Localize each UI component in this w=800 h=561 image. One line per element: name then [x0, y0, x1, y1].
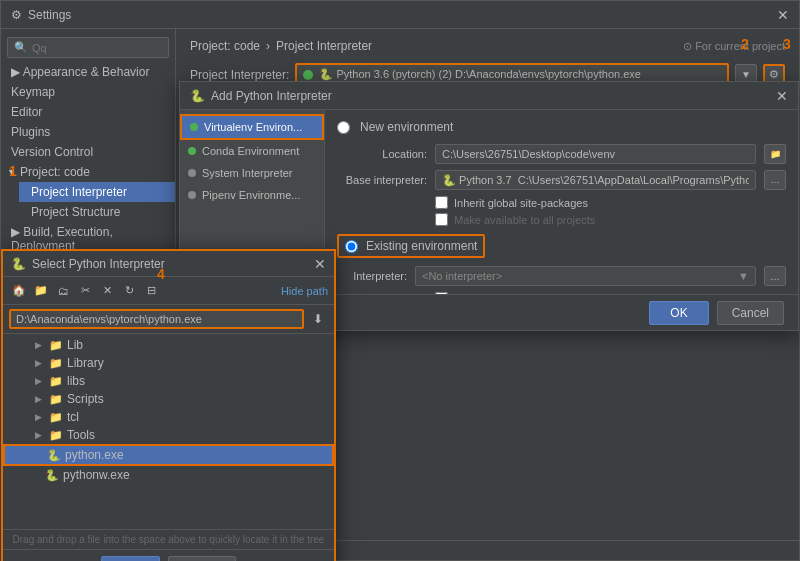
interpreter-label: Project Interpreter:: [190, 68, 289, 82]
select-toolbar-left: 🏠 📁 🗂 ✂ ✕ ↻ ⊟: [9, 281, 161, 301]
select-dialog-close[interactable]: ✕: [314, 256, 326, 272]
tree-label-tcl: tcl: [67, 410, 79, 424]
sidebar-item-project-interpreter[interactable]: Project Interpreter: [19, 182, 175, 202]
inherit-checkbox[interactable]: [435, 196, 448, 209]
tree-label-python-exe: python.exe: [65, 448, 124, 462]
add-dialog-title-bar: 🐍 Add Python Interpreter ✕: [180, 82, 798, 110]
system-dot: [188, 169, 196, 177]
breadcrumb-project: Project: code: [190, 39, 260, 53]
folder-icon-lib: 📁: [49, 339, 63, 352]
select-interpreter-dialog: 🐍 Select Python Interpreter ✕ 🏠 📁 🗂 ✂ ✕ …: [1, 249, 336, 561]
folder-icon-scripts: 📁: [49, 393, 63, 406]
hide-path-button[interactable]: Hide path: [281, 285, 328, 297]
select-dialog-footer: OK Cancel: [3, 549, 334, 561]
add-dialog-system[interactable]: System Interpreter: [180, 162, 324, 184]
toolbar-delete-button[interactable]: ✕: [97, 281, 117, 301]
add-dialog-cancel-button[interactable]: Cancel: [717, 301, 784, 325]
path-input[interactable]: [9, 309, 304, 329]
select-dialog-title-bar: 🐍 Select Python Interpreter ✕: [3, 251, 334, 277]
make-available-row: Make available to all projects: [337, 213, 786, 226]
make-available-label[interactable]: Make available to all projects: [454, 214, 595, 226]
tree-label-libs: libs: [67, 374, 85, 388]
interp-dropdown[interactable]: <No interpreter> ▼: [415, 266, 756, 286]
red-label-3: 3: [783, 36, 791, 52]
new-env-label[interactable]: New environment: [360, 120, 453, 134]
search-icon: 🔍: [14, 41, 28, 54]
tree-item-pythonw-exe[interactable]: 🐍 pythonw.exe: [3, 466, 334, 484]
breadcrumb-separator: ›: [266, 39, 270, 53]
sidebar-item-plugins[interactable]: Plugins: [1, 122, 175, 142]
toolbar-cut-button[interactable]: ✂: [75, 281, 95, 301]
select-dialog-cancel-button[interactable]: Cancel: [168, 556, 235, 562]
new-env-radio-row: New environment: [337, 120, 786, 134]
add-dialog-conda[interactable]: Conda Environment: [180, 140, 324, 162]
new-env-radio[interactable]: [337, 121, 350, 134]
toolbar-refresh-button[interactable]: ↻: [119, 281, 139, 301]
sidebar-item-project-code[interactable]: ▼ Project: code: [1, 162, 175, 182]
add-dialog-close[interactable]: ✕: [776, 88, 788, 104]
sidebar-item-version-control[interactable]: Version Control: [1, 142, 175, 162]
base-interpreter-input[interactable]: [435, 170, 756, 190]
toolbar-folder-button[interactable]: 📁: [31, 281, 51, 301]
sidebar-item-editor[interactable]: Editor: [1, 102, 175, 122]
existing-env-label[interactable]: Existing environment: [366, 239, 477, 253]
sidebar-item-keymap[interactable]: Keymap: [1, 82, 175, 102]
tree-item-library[interactable]: ▶ 📁 Library: [3, 354, 334, 372]
for-project-label: ⊙ For current project: [683, 40, 785, 53]
toolbar-home-button[interactable]: 🏠: [9, 281, 29, 301]
settings-window: ⚙ Settings ✕ 🔍 ▶ Appearance & Behavior K…: [0, 0, 800, 561]
select-dialog-title-left: 🐍 Select Python Interpreter: [11, 257, 165, 271]
select-dialog-title: Select Python Interpreter: [32, 257, 165, 271]
path-input-row: ⬇: [3, 305, 334, 334]
location-input[interactable]: [435, 144, 756, 164]
add-dialog-pipenv[interactable]: Pipenv Environme...: [180, 184, 324, 206]
tree-item-scripts[interactable]: ▶ 📁 Scripts: [3, 390, 334, 408]
make-available-checkbox[interactable]: [435, 213, 448, 226]
add-dialog-ok-button[interactable]: OK: [649, 301, 708, 325]
add-dialog-title-left: 🐍 Add Python Interpreter: [190, 89, 332, 103]
inherit-label[interactable]: Inherit global site-packages: [454, 197, 588, 209]
folder-icon-tcl: 📁: [49, 411, 63, 424]
sidebar-item-appearance[interactable]: ▶ Appearance & Behavior: [1, 62, 175, 82]
tree-item-tools[interactable]: ▶ 📁 Tools: [3, 426, 334, 444]
toolbar-tree-button[interactable]: 🗂: [53, 281, 73, 301]
base-interpreter-browse-button[interactable]: …: [764, 170, 786, 190]
file-icon-python-exe: 🐍: [47, 449, 61, 462]
path-download-button[interactable]: ⬇: [308, 309, 328, 329]
tree-arrow-libs: ▶: [35, 376, 45, 386]
arrow-icon-build: ▶: [11, 225, 20, 239]
folder-icon-library: 📁: [49, 357, 63, 370]
existing-env-radio[interactable]: [345, 240, 358, 253]
select-toolbar: 🏠 📁 🗂 ✂ ✕ ↻ ⊟ Hide path: [3, 277, 334, 305]
virtualenv-dot: [190, 123, 198, 131]
tree-item-libs[interactable]: ▶ 📁 libs: [3, 372, 334, 390]
settings-icon: ⚙: [11, 8, 22, 22]
search-input[interactable]: [32, 42, 162, 54]
window-title: Settings: [28, 8, 71, 22]
title-bar-left: ⚙ Settings: [11, 8, 71, 22]
tree-item-python-exe[interactable]: 🐍 python.exe: [3, 444, 334, 466]
interp-more-button[interactable]: …: [764, 266, 786, 286]
tree-item-tcl[interactable]: ▶ 📁 tcl: [3, 408, 334, 426]
tree-arrow-library: ▶: [35, 358, 45, 368]
tree-item-lib[interactable]: ▶ 📁 Lib: [3, 336, 334, 354]
folder-icon-libs: 📁: [49, 375, 63, 388]
folder-icon-tools: 📁: [49, 429, 63, 442]
red-label-4: 4: [157, 266, 165, 282]
toolbar-collapse-button[interactable]: ⊟: [141, 281, 161, 301]
sidebar-item-project-structure[interactable]: Project Structure: [19, 202, 175, 222]
breadcrumb: Project: code › Project Interpreter ⊙ Fo…: [190, 39, 785, 53]
location-browse-button[interactable]: 📁: [764, 144, 786, 164]
add-dialog-title: Add Python Interpreter: [211, 89, 332, 103]
add-dialog-icon: 🐍: [190, 89, 205, 103]
pipenv-dot: [188, 191, 196, 199]
sidebar-search-container[interactable]: 🔍: [7, 37, 169, 58]
tree-label-scripts: Scripts: [67, 392, 104, 406]
existing-env-radio-container: Existing environment: [337, 234, 485, 258]
tree-label-library: Library: [67, 356, 104, 370]
add-dialog-virtualenv[interactable]: Virtualenv Environ...: [180, 114, 324, 140]
python-status-dot: [303, 70, 313, 80]
select-dialog-ok-button[interactable]: OK: [101, 556, 160, 562]
sidebar-sub: Project Interpreter Project Structure: [1, 182, 175, 222]
close-button[interactable]: ✕: [777, 7, 789, 23]
